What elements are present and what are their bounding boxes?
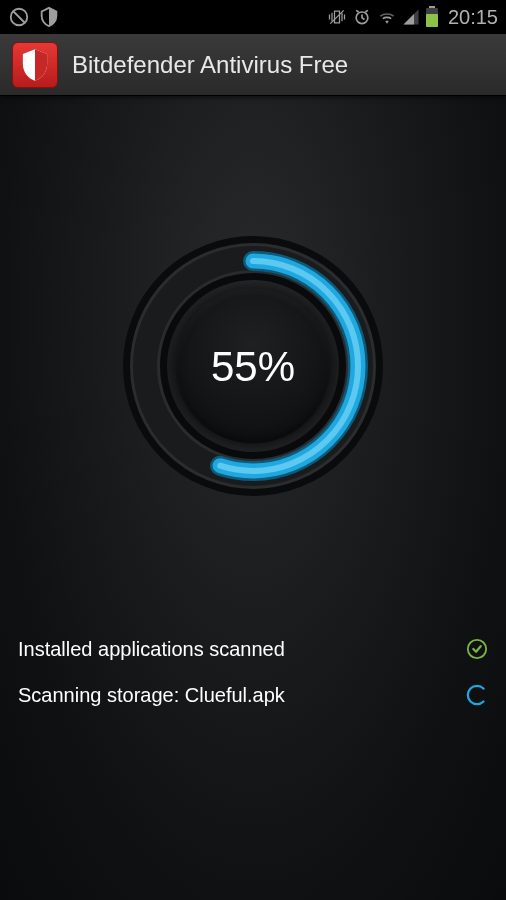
wifi-icon [377, 7, 397, 27]
no-entry-icon [8, 6, 30, 28]
progress-percent-text: 55% [211, 342, 295, 390]
main-content: 55% Installed applications scanned Scann… [0, 96, 506, 900]
status-item-label: Installed applications scanned [18, 638, 285, 661]
app-logo-icon [12, 42, 58, 88]
app-title: Bitdefender Antivirus Free [72, 51, 348, 79]
scan-status-list: Installed applications scanned Scanning … [0, 626, 506, 718]
svg-line-1 [14, 12, 25, 23]
progress-center: 55% [176, 289, 331, 444]
status-item-complete: Installed applications scanned [18, 626, 488, 672]
alarm-icon [352, 7, 372, 27]
status-left-icons [8, 6, 60, 28]
vibrate-icon [327, 7, 347, 27]
svg-rect-6 [426, 14, 438, 27]
progress-ring: 55% [123, 236, 383, 496]
status-item-progress: Scanning storage: Clueful.apk [18, 672, 488, 718]
shield-notification-icon [38, 6, 60, 28]
app-bar: Bitdefender Antivirus Free [0, 34, 506, 96]
system-status-bar: 20:15 [0, 0, 506, 34]
spinner-icon [466, 684, 488, 706]
status-item-label: Scanning storage: Clueful.apk [18, 684, 285, 707]
checkmark-circle-icon [466, 638, 488, 660]
status-right-icons: 20:15 [327, 6, 498, 29]
svg-point-14 [466, 684, 488, 706]
svg-rect-4 [429, 6, 435, 8]
signal-icon [402, 8, 420, 26]
status-time: 20:15 [448, 6, 498, 29]
battery-icon [425, 6, 439, 28]
